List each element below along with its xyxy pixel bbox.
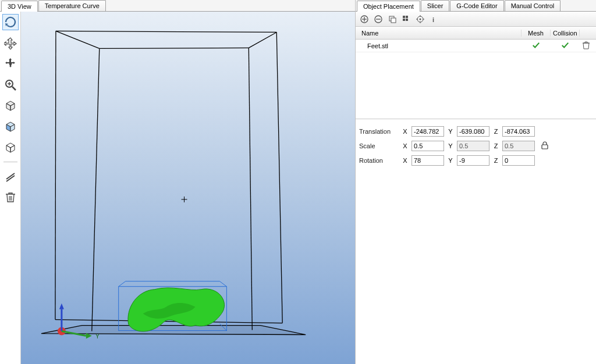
tab-manual-control[interactable]: Manual Control xyxy=(505,0,561,11)
right-pane: Object Placement Slicer G-Code Editor Ma… xyxy=(356,0,596,364)
rotate-tool-icon[interactable] xyxy=(2,14,19,30)
translation-z-input[interactable] xyxy=(502,126,535,137)
svg-rect-41 xyxy=(406,16,408,18)
placement-action-bar: i xyxy=(356,12,596,27)
tab-object-placement[interactable]: Object Placement xyxy=(357,1,420,12)
scale-x-input[interactable] xyxy=(411,141,444,151)
scale-y-input[interactable] xyxy=(457,141,489,151)
svg-rect-39 xyxy=(391,18,396,23)
tab-temperature-curve[interactable]: Temperature Curve xyxy=(38,0,106,11)
rotation-y-input[interactable] xyxy=(457,155,489,166)
move-tool-icon[interactable] xyxy=(2,35,19,51)
object-table: Name Mesh Collision Feet.stl xyxy=(356,27,596,119)
scale-label: Scale xyxy=(359,142,399,149)
object-rows: Feet.stl xyxy=(356,40,596,119)
svg-point-0 xyxy=(9,63,12,66)
col-head-collision[interactable]: Collision xyxy=(551,30,580,37)
svg-line-14 xyxy=(56,31,100,48)
delete-row-icon[interactable] xyxy=(580,41,593,51)
left-pane: 3D View Temperature Curve xyxy=(0,0,356,364)
translation-label: Translation xyxy=(359,128,399,135)
scale-lock-icon[interactable] xyxy=(538,141,551,151)
zoom-tool-icon[interactable] xyxy=(2,77,19,93)
col-head-mesh[interactable]: Mesh xyxy=(522,30,551,37)
remove-object-icon[interactable] xyxy=(373,14,384,24)
svg-point-45 xyxy=(420,18,421,20)
rotation-x-input[interactable] xyxy=(411,155,444,166)
table-row[interactable]: Feet.stl xyxy=(356,40,596,52)
rotation-row: Rotation X Y Z xyxy=(359,153,593,167)
svg-text:i: i xyxy=(432,16,434,23)
delete-icon[interactable] xyxy=(2,189,19,205)
autoposition-icon[interactable] xyxy=(401,14,411,24)
tab-gcode-editor[interactable]: G-Code Editor xyxy=(450,0,503,11)
svg-line-12 xyxy=(276,32,282,323)
translation-y-input[interactable] xyxy=(457,126,489,137)
isometric-view-icon[interactable] xyxy=(2,98,19,114)
svg-line-2 xyxy=(12,87,16,90)
center-object-icon[interactable] xyxy=(415,14,425,24)
scale-z-input[interactable] xyxy=(502,141,535,151)
svg-rect-43 xyxy=(406,19,408,21)
translation-row: Translation X Y Z xyxy=(359,124,593,138)
svg-text:Y: Y xyxy=(95,333,100,340)
svg-line-15 xyxy=(249,32,276,48)
axis-y: Y xyxy=(448,128,453,135)
svg-marker-29 xyxy=(59,304,64,309)
view-body: Y xyxy=(0,12,355,364)
add-object-icon[interactable] xyxy=(359,14,370,24)
object-name: Feet.stl xyxy=(359,42,522,49)
svg-line-11 xyxy=(55,31,56,319)
svg-marker-19 xyxy=(41,326,306,335)
right-tab-bar: Object Placement Slicer G-Code Editor Ma… xyxy=(356,0,596,12)
svg-line-17 xyxy=(92,48,100,331)
rotation-label: Rotation xyxy=(359,157,399,164)
top-view-icon[interactable] xyxy=(2,140,19,156)
svg-rect-51 xyxy=(542,145,548,149)
svg-line-21 xyxy=(119,281,126,287)
svg-rect-42 xyxy=(403,19,405,21)
svg-line-18 xyxy=(249,48,252,330)
parallel-lines-icon[interactable] xyxy=(2,168,19,184)
view-toolbar xyxy=(0,12,21,364)
svg-line-22 xyxy=(219,281,226,287)
scale-row: Scale X Y Z xyxy=(359,138,593,153)
translation-x-input[interactable] xyxy=(411,126,444,137)
copy-object-icon[interactable] xyxy=(387,14,398,24)
svg-line-10 xyxy=(56,31,276,32)
collision-check-icon xyxy=(551,41,580,51)
info-icon[interactable]: i xyxy=(429,14,439,24)
object-table-header: Name Mesh Collision xyxy=(356,27,596,40)
axis-x: X xyxy=(402,128,408,135)
mesh-check-icon xyxy=(522,41,551,51)
rotation-z-input[interactable] xyxy=(502,155,535,166)
move-object-tool-icon[interactable] xyxy=(2,56,19,72)
front-view-icon[interactable] xyxy=(2,119,19,135)
transform-properties: Translation X Y Z Scale X Y Z Rotation X… xyxy=(356,119,596,172)
svg-rect-40 xyxy=(403,16,405,18)
axis-z: Z xyxy=(493,128,499,135)
tab-3d-view[interactable]: 3D View xyxy=(1,1,38,12)
col-head-name[interactable]: Name xyxy=(359,30,522,37)
svg-line-16 xyxy=(100,48,249,48)
left-tab-bar: 3D View Temperature Curve xyxy=(0,0,355,12)
tab-slicer[interactable]: Slicer xyxy=(421,0,450,11)
3d-viewport[interactable]: Y xyxy=(21,12,355,364)
